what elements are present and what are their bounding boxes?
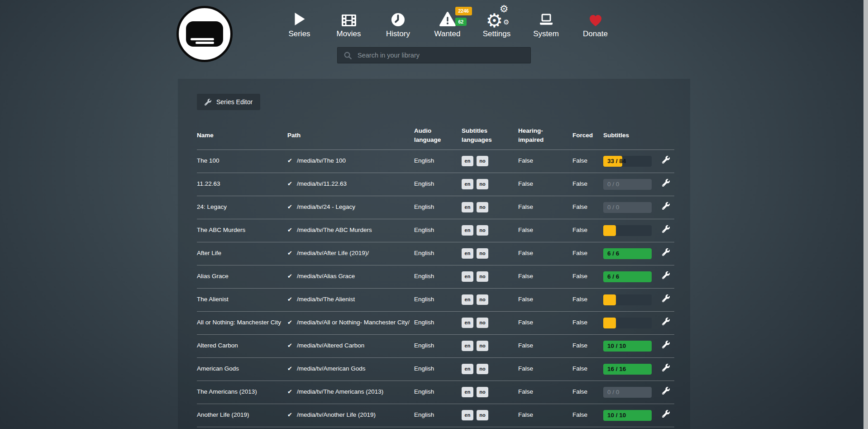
series-name[interactable]: A.P. Bio <box>197 427 287 429</box>
series-name[interactable]: Altered Carbon <box>197 334 287 357</box>
search-input[interactable] <box>357 51 524 59</box>
progress-label: 6 / 6 <box>607 248 619 259</box>
edit-series-button[interactable] <box>662 387 670 397</box>
hearing-impaired-value: False <box>518 311 572 334</box>
film-icon <box>324 5 373 28</box>
series-name[interactable]: The ABC Murders <box>197 219 287 242</box>
heart-icon <box>571 5 620 28</box>
forced-value: False <box>572 265 603 288</box>
check-icon: ✔ <box>287 157 292 164</box>
series-row: Another Life (2019) ✔/media/tv/Another L… <box>197 404 674 427</box>
nav-wanted[interactable]: Wanted 2246 62 <box>423 5 472 39</box>
series-name[interactable]: After Life <box>197 242 287 265</box>
series-name[interactable]: All or Nothing: Manchester City <box>197 311 287 334</box>
language-badge: en <box>462 387 473 397</box>
subtitles-languages: enno <box>462 404 518 427</box>
nav-history[interactable]: History <box>373 5 423 39</box>
progress-label: 10 / 10 <box>607 410 626 421</box>
edit-series-button[interactable] <box>662 410 670 420</box>
edit-series-button[interactable] <box>662 248 670 258</box>
progress-label: 0 / 0 <box>607 179 619 190</box>
edit-series-button[interactable] <box>662 294 670 304</box>
series-row: 11.22.63 ✔/media/tv/11.22.63 English enn… <box>197 173 674 196</box>
check-icon: ✔ <box>287 411 292 418</box>
series-editor-button[interactable]: Series Editor <box>197 94 260 110</box>
language-badge: no <box>477 410 488 420</box>
forced-value: False <box>572 196 603 219</box>
nav-series[interactable]: Series <box>275 5 324 39</box>
bazarr-logo[interactable] <box>176 6 233 62</box>
forced-value: False <box>572 334 603 357</box>
subtitles-progress-bar: 16 / 16 <box>603 364 652 375</box>
check-icon: ✔ <box>287 250 292 256</box>
language-badge: no <box>477 179 488 189</box>
series-name[interactable]: 24: Legacy <box>197 196 287 219</box>
edit-series-button[interactable] <box>662 225 670 235</box>
edit-series-button[interactable] <box>662 271 670 281</box>
edit-series-button[interactable] <box>662 341 670 351</box>
check-icon: ✔ <box>287 342 292 349</box>
series-name[interactable]: American Gods <box>197 357 287 381</box>
series-name[interactable]: The Alienist <box>197 288 287 311</box>
col-header-hearing-impaired: Hearing-impaired <box>518 122 572 149</box>
series-name[interactable]: The 100 <box>197 149 287 173</box>
subtitles-progress-cell: 0 / 0 <box>603 381 655 404</box>
col-header-subtitles-languages: Subtitles languages <box>462 122 518 149</box>
nav-settings[interactable]: ⚙⚙⚙ Settings <box>472 5 521 39</box>
wrench-icon <box>662 225 670 233</box>
language-badge: no <box>477 248 488 258</box>
clock-icon <box>373 5 423 28</box>
series-row: The Americans (2013) ✔/media/tv/The Amer… <box>197 381 674 404</box>
wrench-icon <box>662 410 670 418</box>
series-name[interactable]: Alias Grace <box>197 265 287 288</box>
nav-movies[interactable]: Movies <box>324 5 373 39</box>
progress-fill <box>603 318 616 328</box>
nav-system[interactable]: System <box>521 5 571 39</box>
check-icon: ✔ <box>287 273 292 280</box>
wrench-icon <box>662 179 670 187</box>
edit-series-button[interactable] <box>662 364 670 374</box>
subtitles-progress-bar: 10 / 10 <box>603 410 652 421</box>
col-header-path: Path <box>287 122 414 149</box>
language-badge: en <box>462 271 473 281</box>
subtitles-progress-cell: 16 / 16 <box>603 357 655 381</box>
series-path: ✔/media/tv/Alias Grace <box>287 265 414 288</box>
wanted-movies-badge: 62 <box>455 18 467 26</box>
series-row: The Alienist ✔/media/tv/The Alienist Eng… <box>197 288 674 311</box>
series-path: ✔/media/tv/The ABC Murders <box>287 219 414 242</box>
subtitles-progress-bar <box>603 294 652 305</box>
language-badge: no <box>477 318 488 328</box>
subtitles-progress-cell: 10 / 10 <box>603 334 655 357</box>
audio-language: English <box>414 427 462 429</box>
subtitles-languages: enno <box>462 265 518 288</box>
progress-label: 0 / 0 <box>607 202 619 213</box>
series-name[interactable]: Another Life (2019) <box>197 404 287 427</box>
hearing-impaired-value: False <box>518 427 572 429</box>
table-header-row: Name Path Audio language Subtitles langu… <box>197 122 674 149</box>
language-badge: no <box>477 202 488 212</box>
wanted-badges: 2246 62 <box>455 7 472 26</box>
nav-label: Donate <box>571 29 620 39</box>
language-badge: en <box>462 410 473 420</box>
edit-series-button[interactable] <box>662 202 670 212</box>
progress-label: 6 / 6 <box>607 271 619 282</box>
series-row: American Gods ✔/media/tv/American Gods E… <box>197 357 674 381</box>
edit-series-button[interactable] <box>662 179 670 189</box>
series-name[interactable]: The Americans (2013) <box>197 381 287 404</box>
wrench-icon <box>662 341 670 348</box>
series-row: The 100 ✔/media/tv/The 100 English enno … <box>197 149 674 173</box>
page-scrollbar[interactable] <box>863 0 868 429</box>
series-row: A.P. Bio ✔/media/tv/A.P. BIO/ English en… <box>197 427 674 429</box>
subtitles-progress-cell: 0 / 0 <box>603 196 655 219</box>
series-path: ✔/media/tv/The 100 <box>287 149 414 173</box>
subtitles-languages: enno <box>462 311 518 334</box>
forced-value: False <box>572 427 603 429</box>
subtitles-progress-cell <box>603 311 655 334</box>
nav-donate[interactable]: Donate <box>571 5 620 39</box>
language-badge: en <box>462 202 473 212</box>
language-badge: en <box>462 364 473 374</box>
series-name[interactable]: 11.22.63 <box>197 173 287 196</box>
edit-series-button[interactable] <box>662 318 670 328</box>
edit-series-button[interactable] <box>662 156 670 166</box>
progress-label: 16 / 16 <box>607 364 626 375</box>
